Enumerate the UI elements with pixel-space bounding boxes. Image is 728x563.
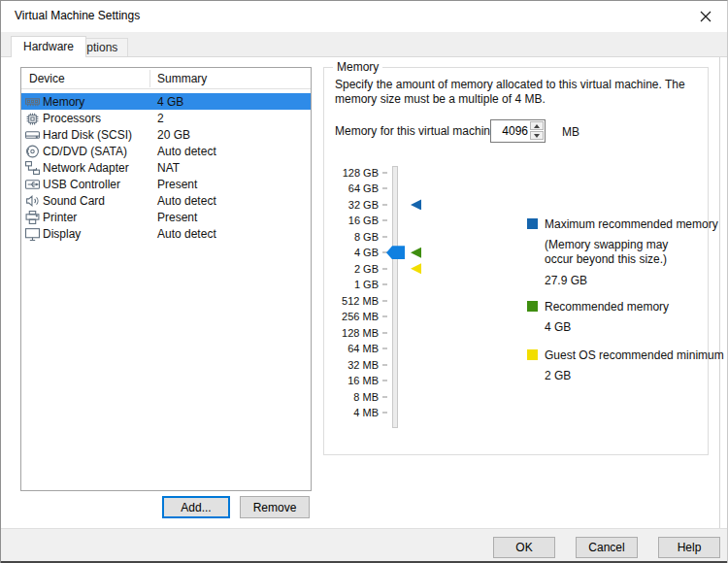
scale-tick xyxy=(382,187,387,189)
scale-tick xyxy=(382,300,387,302)
device-summary: 2 xyxy=(157,112,164,125)
legend-label: Maximum recommended memory xyxy=(545,217,714,231)
device-name: USB Controller xyxy=(43,178,157,191)
scale-tick xyxy=(382,412,387,414)
sound-icon xyxy=(25,194,40,208)
device-summary: 4 GB xyxy=(157,95,183,109)
scale-label: 64 GB xyxy=(324,182,379,195)
cd-dvd-icon xyxy=(25,145,40,158)
device-name: Processors xyxy=(43,112,157,125)
display-icon xyxy=(25,227,40,241)
legend-value: 2 GB xyxy=(545,369,714,382)
tab-hardware[interactable]: Hardware xyxy=(11,36,86,57)
scale-label: 128 MB xyxy=(324,326,379,340)
maximum-recommended-marker xyxy=(411,199,421,210)
footer-bar: OK Cancel Help xyxy=(1,528,727,561)
tab-strip: Hardware Options xyxy=(1,32,727,57)
add-button[interactable]: Add... xyxy=(162,496,230,518)
legend-value: 4 GB xyxy=(545,320,714,334)
scale-tick xyxy=(382,236,387,238)
hard-disk-icon xyxy=(25,128,40,142)
device-name: CD/DVD (SATA) xyxy=(43,145,157,158)
device-row-display[interactable]: DisplayAuto detect xyxy=(21,225,311,242)
scale-label: 16 MB xyxy=(324,374,379,387)
scale-tick xyxy=(382,396,387,398)
device-name: Memory xyxy=(43,95,157,109)
device-summary: Auto detect xyxy=(157,194,216,208)
scale-label: 64 MB xyxy=(324,342,379,355)
guest-minimum-marker xyxy=(411,263,421,274)
device-summary: NAT xyxy=(157,161,180,175)
device-list-header: Device Summary xyxy=(21,68,311,89)
legend-label: Guest OS recommended minimum xyxy=(545,348,714,362)
title-bar: Virtual Machine Settings xyxy=(1,1,727,32)
legend-color-swatch xyxy=(527,218,538,229)
scale-label: 1 GB xyxy=(324,278,379,291)
legend-color-swatch xyxy=(527,349,538,360)
cancel-button[interactable]: Cancel xyxy=(576,537,638,558)
scale-tick xyxy=(382,204,387,206)
memory-groupbox: Memory Specify the amount of memory allo… xyxy=(323,67,709,455)
scale-label: 32 GB xyxy=(324,198,379,212)
scale-label: 128 GB xyxy=(324,166,379,180)
device-list: Device Summary Memory4 GBProcessors2Hard… xyxy=(20,67,312,491)
scale-tick xyxy=(382,364,387,366)
device-row-network-adapter[interactable]: Network AdapterNAT xyxy=(21,159,311,176)
recommended-marker xyxy=(411,248,421,258)
scale-tick xyxy=(382,348,387,349)
scale-label: 4 GB xyxy=(324,246,379,259)
tab-page-border xyxy=(719,57,720,528)
device-row-cd-dvd-sata[interactable]: CD/DVD (SATA)Auto detect xyxy=(21,143,311,159)
device-row-hard-disk-scsi[interactable]: Hard Disk (SCSI)20 GB xyxy=(21,126,311,143)
scale-label: 512 MB xyxy=(324,294,379,308)
scale-tick xyxy=(382,332,387,334)
processor-icon xyxy=(25,112,40,125)
scale-tick xyxy=(382,219,387,221)
device-row-sound-card[interactable]: Sound CardAuto detect xyxy=(21,192,311,209)
device-summary: Auto detect xyxy=(157,227,216,241)
scale-tick xyxy=(382,380,387,381)
device-name: Display xyxy=(43,227,157,241)
column-divider xyxy=(149,70,150,87)
device-row-usb-controller[interactable]: USB ControllerPresent xyxy=(21,176,311,192)
device-row-memory[interactable]: Memory4 GB xyxy=(21,93,311,110)
scale-label: 8 MB xyxy=(324,390,379,404)
scale-label: 16 GB xyxy=(324,214,379,227)
device-summary: Auto detect xyxy=(157,145,216,158)
device-summary: Present xyxy=(157,178,197,191)
device-row-processors[interactable]: Processors2 xyxy=(21,110,311,126)
remove-button[interactable]: Remove xyxy=(240,496,310,518)
network-icon xyxy=(25,161,40,175)
device-name: Sound Card xyxy=(43,194,157,208)
device-row-printer[interactable]: PrinterPresent xyxy=(21,209,311,225)
column-header-device: Device xyxy=(29,72,65,85)
vm-settings-dialog: Virtual Machine Settings Hardware Option… xyxy=(0,0,728,563)
scale-label: 8 GB xyxy=(324,230,379,244)
window-title: Virtual Machine Settings xyxy=(15,9,140,22)
legend-note: (Memory swapping may occur beyond this s… xyxy=(545,238,714,267)
help-button[interactable]: Help xyxy=(658,537,720,558)
slider-track[interactable] xyxy=(392,166,398,428)
scale-tick xyxy=(382,172,387,174)
usb-icon xyxy=(25,178,40,191)
column-header-summary: Summary xyxy=(157,72,207,85)
scale-tick xyxy=(382,268,387,270)
close-icon xyxy=(700,11,711,22)
ok-button[interactable]: OK xyxy=(493,537,555,558)
scale-label: 4 MB xyxy=(324,406,379,419)
device-name: Network Adapter xyxy=(43,161,157,175)
scale-tick xyxy=(382,283,387,285)
device-summary: Present xyxy=(157,211,197,224)
scale-label: 32 MB xyxy=(324,358,379,372)
printer-icon xyxy=(25,211,40,224)
device-name: Hard Disk (SCSI) xyxy=(43,128,157,142)
device-name: Printer xyxy=(43,211,157,224)
scale-label: 2 GB xyxy=(324,262,379,276)
close-button[interactable] xyxy=(696,7,715,26)
scale-tick xyxy=(382,315,387,317)
legend-value: 27.9 GB xyxy=(545,274,714,287)
memory-icon xyxy=(25,95,40,109)
device-table-body: Memory4 GBProcessors2Hard Disk (SCSI)20 … xyxy=(21,93,311,242)
scale-label: 256 MB xyxy=(324,310,379,323)
slider-handle[interactable] xyxy=(386,246,405,259)
